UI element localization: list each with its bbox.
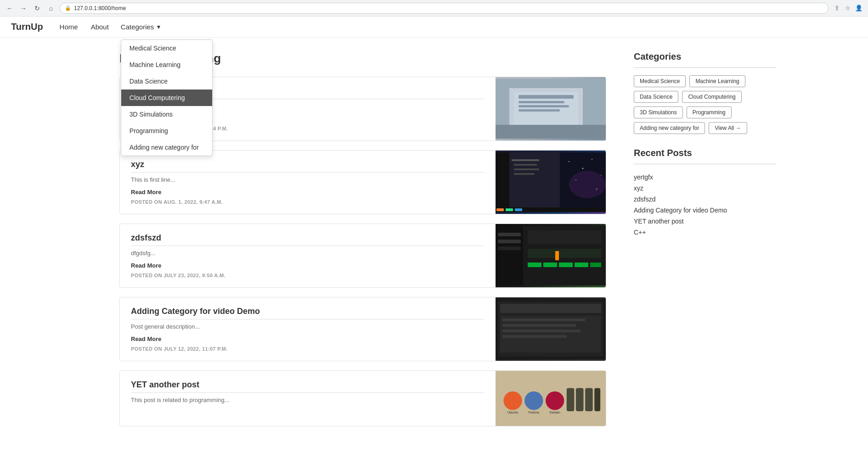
address-bar[interactable]: 🔒 127.0.0.1:8000/home: [60, 3, 829, 14]
svg-rect-13: [514, 164, 537, 166]
svg-rect-49: [502, 335, 567, 338]
tag-3d-simulations[interactable]: 3D Simulations: [634, 106, 683, 118]
svg-rect-44: [500, 304, 601, 313]
svg-rect-57: [567, 388, 575, 411]
tag-view-all[interactable]: View All →: [709, 122, 747, 134]
site-nav: TurnUp Home About Categories ▼ Medical S…: [0, 17, 868, 38]
post-card: YET another post This post is related to…: [119, 370, 606, 426]
svg-rect-6: [519, 109, 560, 112]
recent-post-item[interactable]: Adding Category for video Demo: [634, 205, 776, 216]
tag-cloud-computering[interactable]: Cloud Computering: [682, 91, 741, 103]
back-button[interactable]: ←: [5, 3, 15, 13]
tag-machine-learning[interactable]: Machine Learning: [689, 75, 745, 87]
reload-button[interactable]: ↻: [32, 3, 42, 13]
post-thumbnail: Ubuntu Fedora Debian: [496, 371, 606, 426]
recent-posts-list: yertgfx xyz zdsfszd Adding Category for …: [634, 172, 776, 238]
post-excerpt: dfgdsfg...: [131, 250, 485, 257]
post-card: xyz This is first line... Read More POST…: [119, 150, 606, 214]
svg-rect-31: [498, 233, 521, 236]
post-divider: [131, 172, 485, 173]
post-thumbnail: [496, 297, 606, 361]
svg-rect-10: [496, 152, 509, 212]
post-date: POSTED ON JULY 12, 2022, 11:07 P.M.: [131, 346, 485, 352]
nav-about[interactable]: About: [90, 21, 110, 33]
post-content: xyz This is first line... Read More POST…: [120, 151, 496, 214]
thumb-image: [496, 79, 606, 139]
tag-data-science[interactable]: Data Science: [634, 91, 678, 103]
dropdown-item-medical-science[interactable]: Medical Science: [121, 40, 212, 56]
bookmark-star-icon[interactable]: ☆: [843, 4, 852, 13]
svg-rect-25: [496, 208, 504, 211]
dropdown-item-3d-simulations[interactable]: 3D Simulations: [121, 106, 212, 123]
recent-post-item[interactable]: zdsfszd: [634, 194, 776, 205]
post-thumbnail: [496, 224, 606, 287]
tag-adding-new-category[interactable]: Adding new category for: [634, 122, 705, 134]
svg-rect-3: [519, 95, 574, 99]
post-card: zdsfszd dfgdsfg... Read More POSTED ON J…: [119, 224, 606, 288]
thumb-image: [496, 299, 606, 359]
profile-icon[interactable]: 👤: [854, 4, 863, 13]
svg-rect-34: [528, 230, 601, 244]
recent-post-item[interactable]: YET another post: [634, 216, 776, 227]
svg-point-55: [546, 391, 564, 410]
thumb-image: Ubuntu Fedora Debian: [500, 380, 601, 421]
svg-rect-15: [514, 173, 535, 175]
svg-rect-11: [509, 152, 560, 212]
svg-point-17: [569, 161, 569, 162]
svg-rect-5: [519, 105, 569, 107]
read-more-link[interactable]: Read More: [131, 189, 485, 196]
tag-cloud: Medical Science Machine Learning Data Sc…: [634, 75, 776, 134]
svg-rect-27: [515, 208, 522, 211]
post-date: POSTED ON JULY 23, 2022, 9:50 A.M.: [131, 273, 485, 278]
svg-rect-48: [502, 330, 581, 332]
tag-medical-science[interactable]: Medical Science: [634, 75, 686, 87]
dropdown-item-adding-new-category[interactable]: Adding new category for: [121, 139, 212, 156]
dropdown-item-programming[interactable]: Programming: [121, 123, 212, 139]
dropdown-item-data-science[interactable]: Data Science: [121, 73, 212, 89]
thumb-image: [496, 226, 606, 285]
tag-programming[interactable]: Programming: [687, 106, 732, 118]
svg-rect-36: [528, 263, 541, 267]
nav-categories[interactable]: Categories ▼ Medical Science Machine Lea…: [121, 23, 161, 31]
svg-point-23: [569, 171, 606, 198]
post-excerpt: Post general description...: [131, 323, 485, 330]
svg-rect-59: [585, 388, 593, 411]
svg-rect-60: [594, 388, 600, 411]
dropdown-item-cloud-computering[interactable]: Cloud Computering: [121, 89, 212, 106]
post-content: Adding Category for video Demo Post gene…: [120, 297, 496, 361]
post-divider: [131, 246, 485, 246]
post-excerpt: This is first line...: [131, 176, 485, 183]
thumb-image: [496, 152, 606, 212]
site-logo[interactable]: TurnUp: [11, 22, 43, 32]
browser-chrome: ← → ↻ ⌂ 🔒 127.0.0.1:8000/home ⇧ ☆ 👤: [0, 0, 868, 17]
dropdown-item-machine-learning[interactable]: Machine Learning: [121, 56, 212, 73]
sidebar-recent-posts-title: Recent Posts: [634, 148, 776, 158]
svg-point-51: [503, 391, 522, 410]
svg-rect-33: [498, 246, 521, 250]
url-text: 127.0.0.1:8000/home: [74, 5, 126, 11]
svg-rect-41: [555, 251, 559, 260]
svg-rect-4: [519, 101, 564, 103]
recent-post-item[interactable]: yertgfx: [634, 172, 776, 183]
read-more-link[interactable]: Read More: [131, 262, 485, 269]
svg-rect-47: [502, 324, 576, 327]
post-content: zdsfszd dfgdsfg... Read More POSTED ON J…: [120, 224, 496, 287]
sidebar: Categories Medical Science Machine Learn…: [634, 51, 776, 238]
svg-rect-39: [575, 263, 588, 267]
svg-rect-37: [543, 263, 557, 267]
recent-post-item[interactable]: xyz: [634, 183, 776, 194]
nav-home[interactable]: Home: [59, 21, 79, 33]
home-button[interactable]: ⌂: [46, 3, 56, 13]
read-more-link[interactable]: Read More: [131, 336, 485, 342]
post-title: xyz: [131, 160, 485, 169]
categories-label: Categories: [121, 23, 154, 31]
sidebar-categories-divider: [634, 67, 776, 68]
recent-post-item[interactable]: C++: [634, 227, 776, 238]
svg-text:Ubuntu: Ubuntu: [507, 410, 519, 414]
share-icon[interactable]: ⇧: [832, 4, 841, 13]
post-content: YET another post This post is related to…: [120, 371, 496, 426]
post-excerpt: This post is related to programming...: [131, 397, 485, 403]
svg-point-18: [582, 168, 584, 169]
forward-button[interactable]: →: [18, 3, 28, 13]
post-date: POSTED ON AUG. 1, 2022, 9:47 A.M.: [131, 199, 485, 205]
